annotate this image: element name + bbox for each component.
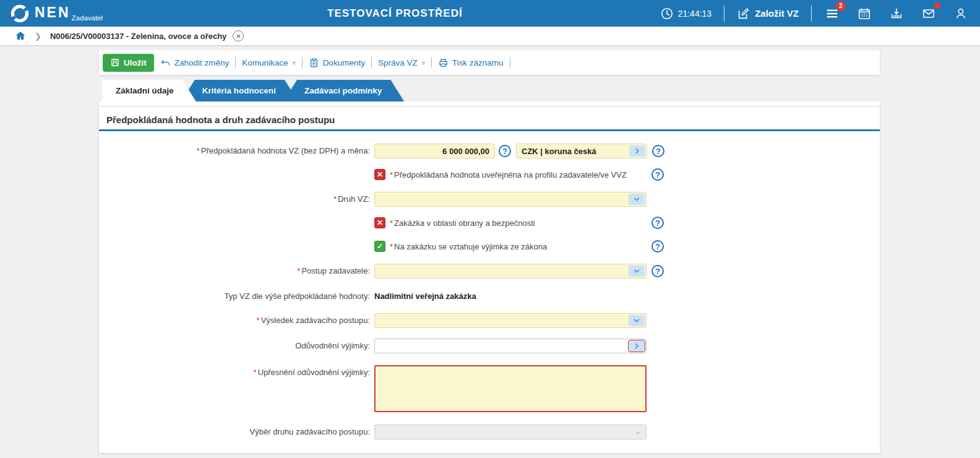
clipboard-icon: [309, 58, 319, 68]
vz-kind-label: *Druh VZ:: [99, 192, 374, 207]
discard-changes-button[interactable]: Zahodit změny: [160, 58, 230, 68]
row-procedure-result: *Výsledek zadávacího postupu:: [99, 313, 880, 328]
discard-changes-label: Zahodit změny: [174, 58, 230, 67]
documents-button[interactable]: Dokumenty: [309, 58, 365, 68]
open-exemption-picker-icon[interactable]: [629, 340, 645, 352]
currency-value: CZK | koruna česká: [522, 147, 596, 156]
exemption-reason-label: Odůvodnění výjimky:: [99, 339, 374, 353]
help-icon[interactable]: ?: [651, 168, 664, 181]
download-tray-icon: [890, 7, 903, 20]
exemption-detail-textarea[interactable]: [374, 365, 647, 412]
help-icon[interactable]: ?: [651, 217, 664, 229]
save-button[interactable]: Uložit: [103, 54, 154, 72]
row-exemption-reason: Odůvodnění výjimky:: [99, 339, 880, 353]
open-currency-picker-icon[interactable]: [629, 145, 645, 157]
divider: [302, 57, 303, 68]
logo[interactable]: NEN Zadavatel: [0, 4, 130, 24]
chevron-down-icon[interactable]: [629, 194, 645, 205]
exemption-detail-label: *Upřesnění odůvodnění výjimky:: [99, 365, 374, 380]
row-type-by-value: Typ VZ dle výše předpokládané hodnoty: N…: [99, 289, 880, 304]
row-law-exemption: ✓ *Na zakázku se vztahuje výjimka ze zák…: [99, 240, 880, 253]
tab-zakladni-udaje[interactable]: Základní údaje: [102, 80, 196, 102]
divider: [371, 57, 372, 68]
required-marker: *: [197, 146, 200, 155]
print-record-button[interactable]: Tisk záznamu: [438, 58, 504, 68]
help-icon[interactable]: ?: [652, 145, 664, 157]
calendar-icon: [858, 7, 871, 20]
estimated-value-label: *Předpokládaná hodnota VZ (bez DPH) a mě…: [99, 144, 374, 158]
section-title: Předpokládaná hodnota a druh zadávacího …: [106, 114, 871, 125]
tab-base-strip: [99, 102, 880, 106]
checkbox-checked-icon[interactable]: ✓: [374, 241, 385, 252]
chevron-down-icon[interactable]: [629, 266, 645, 277]
estimated-value-input[interactable]: [374, 144, 495, 158]
app-header: NEN Zadavatel TESTOVACÍ PROSTŘEDÍ 21:44:…: [0, 0, 980, 27]
divider: [724, 6, 724, 22]
procedure-select[interactable]: [374, 264, 647, 279]
tab-kriteria-hodnoceni[interactable]: Kritéria hodnocení: [181, 80, 298, 102]
row-procedure-kind: Výběr druhu zadávacího postupu: ⌄: [99, 425, 880, 439]
create-vz-button[interactable]: Založit VZ: [737, 7, 799, 20]
published-on-profile-label: *Předpokládaná hodnota uveřejněna na pro…: [390, 170, 627, 179]
divider: [811, 6, 812, 22]
environment-title: TESTOVACÍ PROSTŘEDÍ: [130, 7, 660, 20]
create-vz-label: Založit VZ: [755, 8, 799, 19]
breadcrumb-separator-icon: ❯: [35, 32, 41, 41]
form: *Předpokládaná hodnota VZ (bez DPH) a mě…: [99, 131, 880, 439]
menu-badge: 2: [836, 1, 846, 11]
procedure-result-select[interactable]: [374, 313, 647, 328]
help-icon[interactable]: ?: [651, 265, 664, 277]
dropdown-caret-icon: ▿: [293, 59, 296, 66]
user-profile-button[interactable]: [953, 6, 969, 22]
checkbox-unchecked-icon[interactable]: ✕: [374, 169, 385, 180]
currency-select[interactable]: CZK | koruna česká: [516, 144, 647, 158]
defense-security-label: *Zakázka v oblasti obrany a bezpečnosti: [390, 218, 535, 228]
mail-icon: [922, 7, 935, 20]
undo-icon: [160, 58, 171, 68]
procedure-result-label: *Výsledek zadávacího postupu:: [99, 313, 374, 328]
save-button-label: Uložit: [124, 58, 147, 67]
exemption-reason-picker[interactable]: [374, 339, 647, 353]
close-record-icon[interactable]: ✕: [233, 30, 244, 41]
type-by-value-text: Nadlimitní veřejná zakázka: [374, 289, 476, 304]
section-header: Předpokládaná hodnota a druh zadávacího …: [99, 106, 880, 131]
procedure-label: *Postup zadavatele:: [99, 264, 374, 279]
divider: [235, 57, 236, 68]
edit-icon: [737, 7, 750, 20]
calendar-button[interactable]: [856, 6, 872, 22]
user-icon: [954, 7, 968, 20]
law-exemption-label: *Na zakázku se vztahuje výjimka ze zákon…: [390, 242, 547, 251]
messages-button[interactable]: [921, 6, 937, 22]
home-icon[interactable]: [15, 30, 26, 41]
communication-menu[interactable]: Komunikace ▿: [242, 58, 295, 67]
nen-logo-icon: [10, 4, 30, 24]
chevron-down-icon[interactable]: [629, 315, 645, 326]
tab-bar: Základní údaje Kritéria hodnocení Zadáva…: [99, 80, 880, 106]
breadcrumb-item[interactable]: N006/25/V00003137 - Zelenina, ovoce a oř…: [50, 32, 226, 41]
communication-label: Komunikace: [242, 58, 288, 67]
row-vz-kind: *Druh VZ:: [99, 192, 880, 207]
help-icon[interactable]: ?: [651, 240, 664, 253]
procedure-kind-select-disabled: ⌄: [374, 425, 647, 439]
menu-button[interactable]: 2: [824, 6, 840, 22]
floppy-disk-icon: [110, 58, 120, 67]
row-published-on-profile: ✕ *Předpokládaná hodnota uveřejněna na p…: [99, 168, 880, 181]
documents-label: Dokumenty: [323, 58, 365, 67]
logo-subtitle: Zadavatel: [72, 14, 103, 22]
checkbox-unchecked-icon[interactable]: ✕: [374, 217, 385, 228]
help-icon[interactable]: ?: [499, 145, 511, 157]
vz-admin-menu[interactable]: Správa VZ ▿: [378, 58, 425, 67]
row-procedure: *Postup zadavatele: ?: [99, 264, 880, 279]
mail-notification-dot: [934, 2, 940, 9]
row-defense-security: ✕ *Zakázka v oblasti obrany a bezpečnost…: [99, 217, 880, 229]
breadcrumb: ❯ N006/25/V00003137 - Zelenina, ovoce a …: [0, 27, 980, 45]
divider: [431, 57, 432, 68]
tab-zadavaci-podminky[interactable]: Zadávací podmínky: [283, 80, 404, 102]
main-panel: Předpokládaná hodnota a druh zadávacího …: [99, 106, 880, 453]
vz-kind-select[interactable]: [374, 192, 647, 207]
downloads-button[interactable]: [888, 6, 905, 22]
clock-icon: [660, 7, 674, 20]
row-estimated-value: *Předpokládaná hodnota VZ (bez DPH) a mě…: [99, 144, 880, 158]
vz-admin-label: Správa VZ: [378, 58, 418, 67]
record-toolbar: Uložit Zahodit změny Komunikace ▿ Dokume…: [99, 50, 880, 75]
